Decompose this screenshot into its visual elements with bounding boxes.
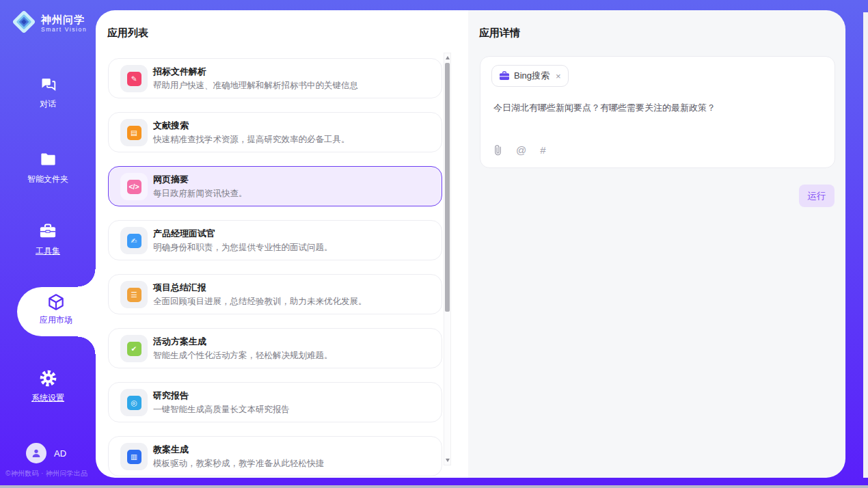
scroll-down-arrow-icon[interactable] (444, 457, 450, 464)
app-card-desc: 快速精准查找学术资源，提高研究效率的必备工具。 (153, 134, 350, 146)
app-detail-title: 应用详情 (479, 27, 520, 40)
app-card[interactable]: ✔活动方案生成智能生成个性化活动方案，轻松解决规划难题。 (108, 328, 442, 368)
app-card-desc: 每日政府新闻资讯快查。 (153, 188, 247, 200)
sidebar-item-4[interactable]: 系统设置 (0, 369, 96, 404)
query-text[interactable]: 今日湖北有哪些新闻要点？有哪些需要关注的最新政策？ (493, 102, 716, 114)
remove-tag-button[interactable]: × (556, 71, 561, 81)
sidebar-item-label: 智能文件夹 (0, 174, 96, 185)
sidebar-item-label: 系统设置 (0, 392, 96, 404)
avatar[interactable] (26, 443, 46, 463)
app-icon-tile: ☰ (120, 281, 148, 308)
app-card-title: 招标文件解析 (153, 66, 206, 78)
app-card-title: 活动方案生成 (153, 336, 206, 348)
books-icon: ▥ (127, 450, 141, 464)
app-card-desc: 智能生成个性化活动方案，轻松解决规划难题。 (153, 350, 333, 362)
composer-toolbar: @# (493, 144, 546, 156)
tool-tag[interactable]: Bing搜索 × (491, 65, 569, 87)
user-initials: AD (54, 448, 66, 459)
report-note-icon: ☰ (127, 288, 141, 302)
sidebar-item-label: 对话 (0, 98, 96, 110)
app-subtitle: Smart Vision (41, 26, 87, 33)
app-card-title: 产品经理面试官 (153, 228, 215, 240)
run-button[interactable]: 运行 (799, 185, 835, 207)
edit-doc-icon: ✎ (127, 72, 141, 86)
app-card-desc: 全面回顾项目进展，总结经验教训，助力未来优化发展。 (153, 296, 367, 308)
app-card[interactable]: ▤文献搜索快速精准查找学术资源，提高研究效率的必备工具。 (108, 112, 442, 152)
user-icon (31, 448, 42, 459)
sidebar-item-0[interactable]: 对话 (0, 75, 96, 110)
app-window: 神州问学 Smart Vision 对话智能文件夹工具集应用市场系统设置 AD … (0, 0, 868, 488)
app-icon-tile: ✔ (120, 335, 148, 362)
app-card[interactable]: ◎研究报告一键智能生成高质量长文本研究报告 (108, 382, 442, 422)
app-card[interactable]: ☰项目总结汇报全面回顾项目进展，总结经验教训，助力未来优化发展。 (108, 274, 442, 314)
scrollbar[interactable] (444, 53, 451, 465)
app-card-title: 研究报告 (153, 390, 189, 402)
sidebar: 神州问学 Smart Vision 对话智能文件夹工具集应用市场系统设置 AD … (0, 0, 96, 488)
app-icon-tile: ✍ (120, 227, 148, 254)
interviewer-icon: ✍ (127, 234, 141, 248)
clipboard-check-icon: ✔ (127, 342, 141, 356)
app-list-panel: 应用列表 ✎招标文件解析帮助用户快速、准确地理解和解析招标书中的关键信息▤文献搜… (96, 10, 468, 478)
user-account[interactable]: AD (26, 443, 66, 463)
scroll-up-arrow-icon[interactable] (444, 54, 450, 62)
toolbox-icon (0, 222, 96, 243)
browser-code-icon: </> (127, 180, 141, 194)
chat-icon (0, 75, 96, 96)
cube-icon (8, 293, 104, 313)
app-title: 神州问学 (41, 14, 87, 25)
app-icon-tile: ▤ (120, 119, 148, 146)
app-icon-tile: ▥ (120, 443, 148, 470)
gear-icon (0, 369, 96, 390)
app-card-title: 网页摘要 (153, 174, 189, 186)
app-card-title: 文献搜索 (153, 120, 189, 132)
logo-text: 神州问学 Smart Vision (41, 14, 87, 33)
bubble-fillet-bottom (78, 336, 96, 354)
app-card-title: 项目总结汇报 (153, 282, 206, 294)
mention-icon[interactable]: @ (516, 144, 526, 156)
attachment-icon[interactable] (493, 144, 502, 156)
copyright-footer: ©神州数码 · 神州问学出品 (5, 469, 87, 478)
app-card-title: 教案生成 (153, 444, 189, 456)
sidebar-item-2[interactable]: 工具集 (0, 222, 96, 257)
sidebar-item-label: 工具集 (0, 245, 96, 257)
app-card[interactable]: </>网页摘要每日政府新闻资讯快查。 (108, 166, 442, 206)
app-logo: 神州问学 Smart Vision (11, 9, 87, 38)
sidebar-item-1[interactable]: 智能文件夹 (0, 150, 96, 185)
scroll-thumb[interactable] (445, 63, 450, 312)
main-content: 应用列表 ✎招标文件解析帮助用户快速、准确地理解和解析招标书中的关键信息▤文献搜… (96, 10, 845, 478)
app-card-desc: 明确身份和职责，为您提供专业性的面试问题。 (153, 242, 333, 254)
sidebar-item-label: 应用市场 (8, 314, 104, 326)
app-list: ✎招标文件解析帮助用户快速、准确地理解和解析招标书中的关键信息▤文献搜索快速精准… (108, 58, 442, 478)
app-list-title: 应用列表 (107, 27, 148, 40)
app-card-desc: 模板驱动，教案秒成，教学准备从此轻松快捷 (153, 458, 324, 470)
app-icon-tile: ✎ (120, 65, 148, 92)
bubble-fillet-top (78, 269, 96, 287)
window-edge-bottom (0, 485, 868, 488)
window-edge-right (863, 12, 868, 478)
app-card[interactable]: ✍产品经理面试官明确身份和职责，为您提供专业性的面试问题。 (108, 220, 442, 260)
sidebar-item-3[interactable]: 应用市场 (0, 287, 96, 336)
app-card-desc: 一键智能生成高质量长文本研究报告 (153, 404, 290, 416)
app-card[interactable]: ✎招标文件解析帮助用户快速、准确地理解和解析招标书中的关键信息 (108, 58, 442, 98)
book-icon: ▤ (127, 126, 141, 140)
prompt-input[interactable]: Bing搜索 × 今日湖北有哪些新闻要点？有哪些需要关注的最新政策？ @# (480, 56, 835, 168)
app-card-desc: 帮助用户快速、准确地理解和解析招标书中的关键信息 (153, 80, 358, 92)
app-detail-panel: 应用详情 Bing搜索 × 今日湖北有哪些新闻要点？有哪些需要关注的最新政策？ … (468, 10, 845, 478)
app-icon-tile: ◎ (120, 389, 148, 416)
briefcase-icon (499, 71, 510, 81)
logo-diamond-icon (11, 9, 37, 38)
folder-icon (0, 150, 96, 171)
app-icon-tile: </> (120, 173, 148, 200)
tool-tag-label: Bing搜索 (514, 70, 550, 82)
hashtag-icon[interactable]: # (540, 144, 545, 156)
app-card[interactable]: ▥教案生成模板驱动，教案秒成，教学准备从此轻松快捷 (108, 436, 442, 476)
microscope-icon: ◎ (127, 396, 141, 410)
